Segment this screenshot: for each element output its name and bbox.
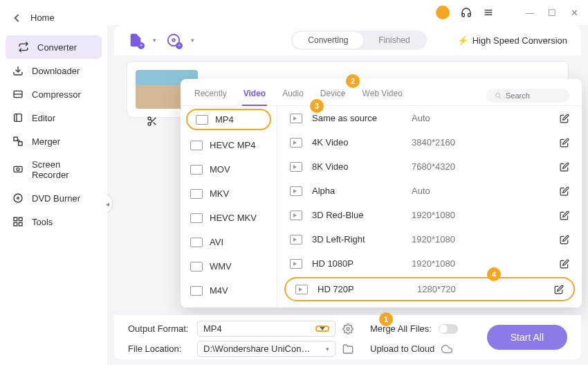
edit-icon[interactable] [560,235,569,244]
tab-video[interactable]: Video [242,86,267,105]
converter-icon [18,42,29,53]
add-disc-button[interactable]: + [166,33,181,48]
nav-label: Editor [32,113,55,123]
svg-point-20 [172,39,175,42]
format-hevc-mp4[interactable]: HEVC MP4 [181,133,277,157]
chevron-down-icon[interactable]: ▾ [191,37,194,44]
res-icon [290,138,302,148]
file-location-value: D:\Wondershare UniConverter 1 [203,344,314,354]
panel-tabs: Recently Video Audio Device Web Video [181,79,582,106]
res-label: 8K Video [312,161,402,172]
svg-rect-8 [14,137,17,141]
res-label: 4K Video [312,137,402,148]
res-4k[interactable]: 4K Video3840*2160 [277,130,582,154]
nav-downloader[interactable]: Downloader [0,59,107,82]
badge-1: 1 [379,312,393,326]
nav-compressor[interactable]: Compressor [0,82,107,106]
format-label: MKV [210,188,229,199]
edit-icon[interactable] [554,285,564,294]
format-hevc-mkv[interactable]: HEVC MKV [181,206,277,230]
format-label: MOV [210,164,230,175]
seg-converting[interactable]: Converting [293,32,363,48]
maximize-button[interactable]: ☐ [546,7,558,18]
chevron-left-icon [14,14,21,21]
cloud-icon[interactable] [441,344,452,355]
file-location-label: File Location: [128,344,190,354]
nav-merger[interactable]: Merger [0,130,107,153]
chevron-down-icon[interactable] [315,326,329,332]
format-mp4[interactable]: MP4 [186,109,271,130]
minimize-button[interactable]: — [524,7,535,18]
settings-icon[interactable] [342,323,353,335]
res-dim: 7680*4320 [412,161,488,172]
chevron-down-icon[interactable]: ▾ [153,37,156,44]
format-icon [190,213,203,223]
edit-icon[interactable] [560,138,569,148]
svg-rect-11 [14,166,22,172]
search-icon [495,91,502,100]
nav-editor[interactable]: Editor [0,106,107,130]
format-m4v[interactable]: M4V [181,278,277,303]
svg-point-14 [17,197,19,199]
tab-audio[interactable]: Audio [281,86,305,105]
res-1080p[interactable]: HD 1080P1920*1080 [277,251,582,276]
edit-icon[interactable] [560,162,569,172]
res-same[interactable]: Same as sourceAuto [277,106,582,130]
nav-label: Merger [32,136,60,147]
nav-label: DVD Burner [32,193,80,204]
output-format-select[interactable]: MP4 [197,321,336,337]
edit-icon[interactable] [560,114,569,123]
close-button[interactable]: ✕ [569,7,580,18]
support-icon[interactable] [461,7,472,18]
svg-rect-18 [19,222,22,226]
svg-rect-6 [15,114,22,122]
toolbar: + ▾ + ▾ Converting Finished ⚡High Speed … [114,25,581,55]
editor-icon [12,112,24,123]
user-avatar[interactable] [436,6,450,19]
upload-label: Upload to Cloud [370,344,434,354]
res-3d-rb[interactable]: 3D Red-Blue1920*1080 [277,203,582,227]
format-icon [190,165,203,175]
svg-rect-15 [14,217,17,221]
merge-toggle[interactable] [439,324,458,334]
format-mov[interactable]: MOV [181,157,277,181]
output-format-label: Output Format: [128,323,190,334]
folder-icon[interactable] [342,344,353,355]
trim-icon[interactable] [147,116,158,127]
format-mkv[interactable]: MKV [181,181,277,206]
seg-finished[interactable]: Finished [363,32,425,48]
nav-screen-recorder[interactable]: Screen Recorder [0,153,107,186]
nav-converter[interactable]: Converter [6,35,102,59]
file-location-select[interactable]: D:\Wondershare UniConverter 1 ▾ [197,341,336,357]
tab-recently[interactable]: Recently [193,86,228,105]
footer: Output Format: MP4 Merge All Files: File… [114,315,581,359]
nav-tools[interactable]: Tools [0,210,107,233]
res-8k[interactable]: 8K Video7680*4320 [277,154,582,179]
menu-icon[interactable] [483,7,494,18]
res-alpha[interactable]: AlphaAuto [277,179,582,203]
edit-icon[interactable] [560,211,569,220]
search-input[interactable] [506,91,561,100]
panel-body: MP4 HEVC MP4 MOV MKV HEVC MKV AVI WMV M4… [181,106,582,308]
output-format-value: MP4 [203,323,222,334]
nav-dvd-burner[interactable]: DVD Burner [0,186,107,210]
format-wmv[interactable]: WMV [181,254,277,278]
format-label: WMV [210,261,232,271]
svg-point-28 [347,328,349,330]
add-file-button[interactable]: + [128,33,143,48]
sidebar-collapse[interactable]: ◂ [102,194,112,213]
high-speed-link[interactable]: ⚡High Speed Conversion [457,35,567,46]
res-720p[interactable]: HD 720P1280*720 [284,277,575,301]
search-box[interactable] [486,89,569,103]
edit-icon[interactable] [560,259,569,269]
res-dim: 1920*1080 [412,234,488,244]
res-3d-lr[interactable]: 3D Left-Right1920*1080 [277,227,582,251]
format-avi[interactable]: AVI [181,230,277,254]
res-label: HD 720P [318,284,407,294]
home-link[interactable]: Home [0,6,107,35]
edit-icon[interactable] [560,186,569,196]
res-label: 3D Left-Right [312,234,402,244]
start-all-button[interactable]: Start All [487,325,567,350]
tab-web[interactable]: Web Video [361,86,404,105]
res-label: Alpha [312,186,402,196]
